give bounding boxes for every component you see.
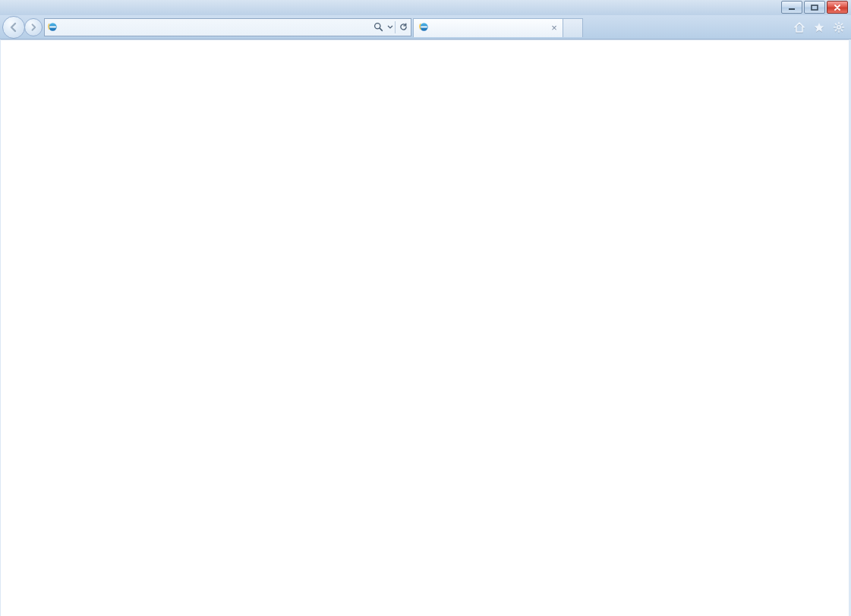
- svg-line-14: [841, 30, 842, 30]
- svg-rect-0: [789, 8, 795, 10]
- maximize-button[interactable]: [804, 1, 825, 14]
- favorites-icon[interactable]: [812, 20, 826, 34]
- back-button[interactable]: [2, 16, 25, 39]
- minimize-button[interactable]: [781, 1, 802, 14]
- toolbar-right-icons: [793, 20, 847, 34]
- forward-button[interactable]: [24, 18, 43, 36]
- search-dropdown-icon[interactable]: [386, 19, 395, 36]
- svg-line-13: [835, 24, 836, 24]
- svg-rect-3: [49, 27, 55, 28]
- browser-tab[interactable]: ×: [413, 18, 563, 37]
- page-content: [1, 39, 849, 616]
- browser-toolbar: ×: [0, 15, 851, 39]
- search-icon[interactable]: [370, 19, 386, 36]
- svg-rect-1: [812, 5, 818, 10]
- tab-strip: ×: [413, 17, 583, 37]
- ie-icon: [45, 21, 60, 33]
- close-button[interactable]: [827, 1, 848, 14]
- window-titlebar: [0, 0, 851, 15]
- arrow-right-icon: [29, 23, 38, 32]
- ie-icon: [418, 21, 430, 35]
- svg-line-15: [841, 24, 842, 24]
- arrow-left-icon: [8, 21, 20, 33]
- address-bar: [44, 18, 411, 36]
- svg-point-8: [837, 25, 840, 28]
- home-icon[interactable]: [793, 20, 806, 34]
- close-tab-icon[interactable]: ×: [549, 23, 559, 33]
- gear-icon[interactable]: [832, 20, 846, 34]
- svg-rect-7: [421, 26, 427, 27]
- address-input[interactable]: [60, 19, 370, 36]
- svg-line-16: [835, 30, 836, 30]
- svg-line-5: [380, 28, 382, 30]
- refresh-icon[interactable]: [396, 19, 411, 36]
- new-tab-button[interactable]: [563, 18, 583, 37]
